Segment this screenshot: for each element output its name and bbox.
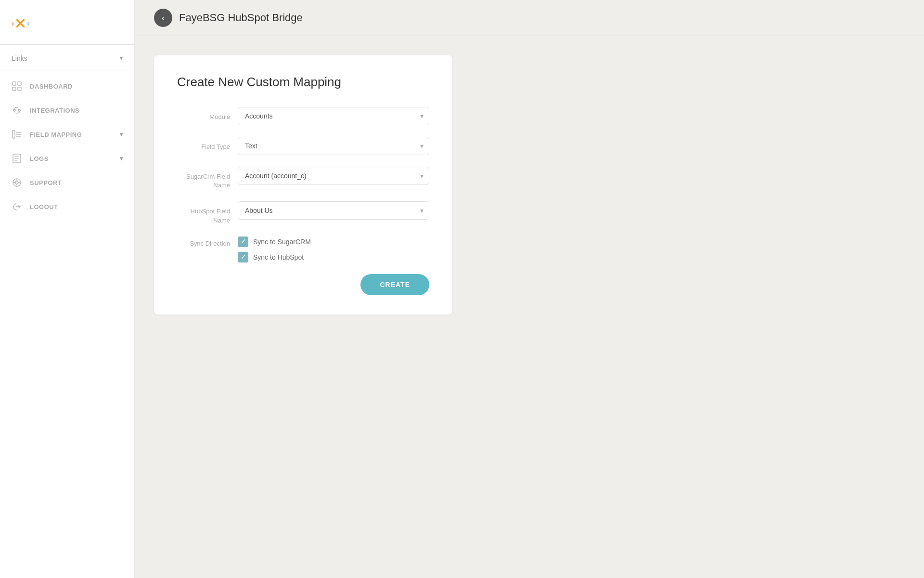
svg-rect-6 [13,131,15,138]
field-type-row: Field Type Text Number Date Boolean ▾ [177,137,429,155]
module-label: Module [177,107,230,121]
hubspot-field-control: About Us Company Name Email Address ▾ [238,201,429,220]
sugarcrm-field-label: SugarCrm Field Name [177,167,230,190]
integrations-label: INTEGRATIONS [30,107,79,114]
links-dropdown[interactable]: Links ▾ [0,51,134,66]
links-chevron-down-icon: ▾ [120,55,123,62]
sync-to-hubspot-label: Sync to HubSpot [253,253,304,261]
form-card: Create New Custom Mapping Module Account… [154,55,452,315]
form-footer: CREATE [177,274,429,295]
logs-label: LOGS [30,155,49,162]
sidebar-item-dashboard[interactable]: DASHBOARD [0,74,134,98]
logs-icon [12,153,22,164]
field-type-control: Text Number Date Boolean ▾ [238,137,429,155]
logo-x: ✕ [14,14,27,33]
content-area: Create New Custom Mapping Module Account… [135,36,924,578]
sidebar-item-field-mapping[interactable]: FIELD MAPPING ▾ [0,122,134,146]
svg-point-5 [18,109,20,111]
dashboard-label: DASHBOARD [30,83,73,90]
logs-chevron-down-icon: ▾ [120,155,123,162]
sync-to-sugarcrm-checkbox[interactable]: ✓ [238,236,248,247]
form-title: Create New Custom Mapping [177,75,429,90]
sidebar-item-integrations[interactable]: INTEGRATIONS [0,98,134,122]
topbar: ‹ FayeBSG HubSpot Bridge [135,0,924,36]
field-mapping-icon [12,129,22,140]
module-select[interactable]: Accounts Contacts Leads Opportunities [238,107,429,125]
module-select-wrap: Accounts Contacts Leads Opportunities ▾ [238,107,429,125]
svg-point-4 [13,109,15,111]
svg-rect-0 [13,82,16,85]
sugarcrm-field-select[interactable]: Account (account_c) Name (name) Email (e… [238,167,429,185]
create-button[interactable]: CREATE [360,274,429,295]
support-icon [12,177,22,188]
sidebar-item-support[interactable]: SUPPORT [0,171,134,195]
module-row: Module Accounts Contacts Leads Opportuni… [177,107,429,125]
hubspot-field-select[interactable]: About Us Company Name Email Address [238,201,429,220]
checkmark-icon: ✓ [241,238,246,245]
app-logo: › ✕ ‹ [12,14,123,33]
main-content: ‹ FayeBSG HubSpot Bridge Create New Cust… [135,0,924,578]
sync-direction-label: Sync Direction [177,236,230,248]
svg-rect-3 [18,87,21,91]
logo-right-arrow: ‹ [27,19,29,28]
sidebar-divider-2 [0,70,134,70]
svg-rect-1 [18,82,21,85]
sugarcrm-field-row: SugarCrm Field Name Account (account_c) … [177,167,429,190]
logs-left: LOGS [12,153,49,164]
sugarcrm-field-control: Account (account_c) Name (name) Email (e… [238,167,429,185]
field-mapping-left: FIELD MAPPING [12,129,82,140]
field-type-select[interactable]: Text Number Date Boolean [238,137,429,155]
logo-area: › ✕ ‹ [0,10,134,44]
dashboard-icon [12,81,22,92]
field-type-select-wrap: Text Number Date Boolean ▾ [238,137,429,155]
checkmark-icon-2: ✓ [241,253,246,261]
logout-label: LOGOUT [30,203,58,210]
sidebar-item-logout[interactable]: LOGOUT [0,195,134,219]
sync-direction-row: Sync Direction ✓ Sync to SugarCRM ✓ Sync… [177,236,429,263]
field-mapping-chevron-down-icon: ▾ [120,131,123,138]
hubspot-field-select-wrap: About Us Company Name Email Address ▾ [238,201,429,220]
svg-point-15 [15,181,18,184]
svg-rect-2 [13,87,16,91]
integrations-icon [12,105,22,116]
links-label: Links [12,54,27,62]
support-label: SUPPORT [30,179,62,186]
field-mapping-label: FIELD MAPPING [30,131,82,138]
module-control: Accounts Contacts Leads Opportunities ▾ [238,107,429,125]
hubspot-field-row: HubSpot Field Name About Us Company Name… [177,201,429,224]
hubspot-field-label: HubSpot Field Name [177,201,230,224]
sync-to-hubspot-checkbox[interactable]: ✓ [238,252,248,263]
sync-to-sugarcrm-option: ✓ Sync to SugarCRM [238,236,311,247]
page-title: FayeBSG HubSpot Bridge [179,12,303,24]
back-arrow-icon: ‹ [162,13,165,23]
sidebar-divider-top [0,44,134,45]
back-button[interactable]: ‹ [154,9,172,27]
sidebar-item-logs[interactable]: LOGS ▾ [0,146,134,171]
sugarcrm-field-select-wrap: Account (account_c) Name (name) Email (e… [238,167,429,185]
sidebar: › ✕ ‹ Links ▾ DASHBOARD [0,0,135,578]
sync-to-sugarcrm-label: Sync to SugarCRM [253,238,311,246]
logout-icon [12,201,22,212]
sync-options: ✓ Sync to SugarCRM ✓ Sync to HubSpot [238,236,311,263]
field-type-label: Field Type [177,137,230,151]
sync-to-hubspot-option: ✓ Sync to HubSpot [238,252,311,263]
